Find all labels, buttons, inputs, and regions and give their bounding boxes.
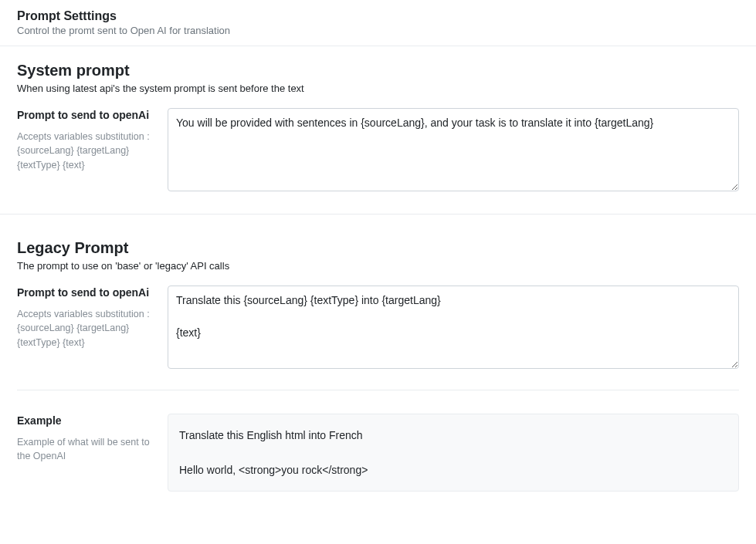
legacy-prompt-help: Accepts variables substitution : {source… [17,307,152,350]
example-help: Example of what will be sent to the Open… [17,435,152,465]
system-prompt-field-row: Prompt to send to openAi Accepts variabl… [17,108,739,206]
system-prompt-section: System prompt When using latest api's th… [0,46,756,215]
example-output-box: Translate this English html into French … [168,414,739,492]
system-prompt-help: Accepts variables substitution : {source… [17,130,152,173]
legacy-prompt-control-col [168,286,739,371]
system-prompt-label: Prompt to send to openAi [17,108,152,123]
example-control-col: Translate this English html into French … [168,414,739,492]
legacy-prompt-label-col: Prompt to send to openAi Accepts variabl… [17,286,152,350]
system-prompt-label-col: Prompt to send to openAi Accepts variabl… [17,108,152,173]
system-prompt-control-col [168,108,739,194]
page-subtitle: Control the promt sent to Open AI for tr… [17,25,739,36]
legacy-prompt-textarea[interactable] [168,286,739,369]
legacy-prompt-label: Prompt to send to openAi [17,286,152,301]
legacy-prompt-section: Legacy Prompt The prompt to use on 'base… [0,224,756,512]
example-field-row: Example Example of what will be sent to … [17,414,739,504]
field-divider [17,390,739,390]
example-label: Example [17,414,152,429]
page-title: Prompt Setttings [17,9,739,23]
legacy-prompt-heading: Legacy Prompt [17,239,739,257]
system-prompt-heading: System prompt [17,62,739,79]
legacy-prompt-field-row: Prompt to send to openAi Accepts variabl… [17,286,739,384]
page-header: Prompt Setttings Control the promt sent … [0,0,756,46]
legacy-prompt-description: The prompt to use on 'base' or 'legacy' … [17,260,739,272]
system-prompt-description: When using latest api's the system promp… [17,83,739,94]
example-label-col: Example Example of what will be sent to … [17,414,152,464]
system-prompt-textarea[interactable] [168,108,739,191]
